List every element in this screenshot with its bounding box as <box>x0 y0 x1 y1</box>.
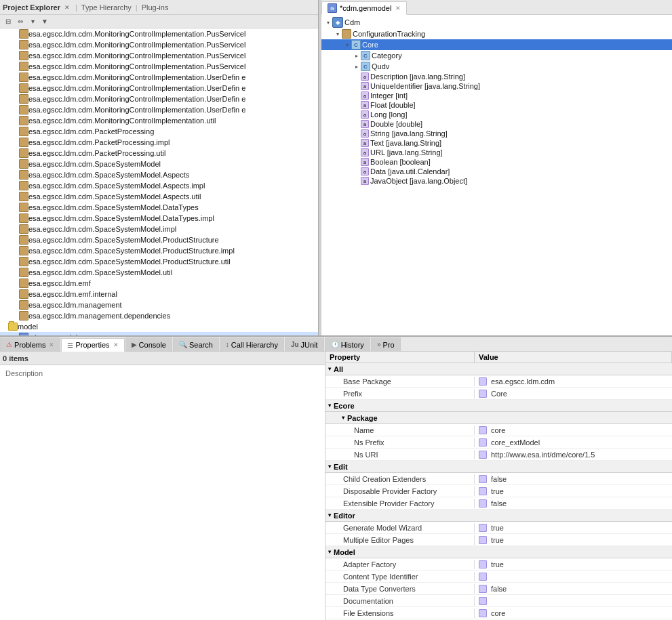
gm-tree-item-description[interactable]: aDescription [java.lang.String] <box>321 72 672 81</box>
props-row[interactable]: Adapter Factorytrue <box>325 558 672 571</box>
tab-call-hierarchy[interactable]: ↕ Call Hierarchy <box>220 337 284 351</box>
props-group-editor[interactable]: ▾Editor <box>325 510 672 522</box>
tree-arrow[interactable] <box>11 257 19 266</box>
gm-tree-item-uniqueid[interactable]: aUniqueIdentifier [java.lang.String] <box>321 81 672 91</box>
tree-item-pkg10[interactable]: esa.egscc.ldm.cdm.PacketProcessing <box>0 126 318 137</box>
props-row[interactable]: Multiple Editor Pagestrue <box>325 534 672 546</box>
props-row[interactable]: Ns Prefixcore_extModel <box>325 436 672 449</box>
props-row[interactable]: Generate Model Wizardtrue <box>325 522 672 534</box>
gm-tree-item-cdm[interactable]: ▾◈Cdm <box>321 16 672 28</box>
tree-arrow[interactable] <box>0 323 8 331</box>
gm-tree-item-conftrack[interactable]: ▾ConfigurationTracking <box>321 28 672 39</box>
tree-item-pkg21[interactable]: esa.egscc.ldm.cdm.SpaceSystemModel.Produ… <box>0 245 318 256</box>
tree-item-pkg20[interactable]: esa.egscc.ldm.cdm.SpaceSystemModel.Produ… <box>0 234 318 245</box>
tree-item-pkg14[interactable]: esa.egscc.ldm.cdm.SpaceSystemModel.Aspec… <box>0 169 318 180</box>
tree-arrow[interactable] <box>11 106 19 114</box>
props-subgroup-package[interactable]: ▾Package <box>325 412 672 424</box>
gm-tree-item-text[interactable]: aText [java.lang.String] <box>321 138 672 148</box>
tree-arrow[interactable] <box>11 236 19 244</box>
tab-history[interactable]: 🕐 History <box>325 337 370 351</box>
tree-item-pkg4[interactable]: esa.egscc.ldm.cdm.MonitoringControlImple… <box>0 61 318 72</box>
tree-arrow[interactable] <box>11 247 19 255</box>
props-row[interactable]: Base Packageesa.egscc.ldm.cdm <box>325 375 672 388</box>
gm-tree-item-category[interactable]: ▸CCategory <box>321 50 672 61</box>
gm-tree-item-data[interactable]: aData [java.util.Calendar] <box>321 167 672 176</box>
properties-tab-close[interactable]: ✕ <box>113 342 119 348</box>
tree-item-pkg23[interactable]: esa.egscc.ldm.cdm.SpaceSystemModel.util <box>0 267 318 278</box>
tree-arrow[interactable] <box>11 117 19 125</box>
filter-button[interactable]: ▾ <box>27 16 38 27</box>
props-row[interactable]: Disposable Provider Factorytrue <box>325 485 672 497</box>
gm-arrow[interactable]: ▸ <box>353 51 361 60</box>
tree-item-model_folder[interactable]: model <box>0 321 318 332</box>
tree-item-pkg16[interactable]: esa.egscc.ldm.cdm.SpaceSystemModel.Aspec… <box>0 191 318 202</box>
tree-arrow[interactable] <box>11 290 19 298</box>
props-group-model[interactable]: ▾Model <box>325 546 672 558</box>
tree-item-pkg7[interactable]: esa.egscc.ldm.cdm.MonitoringControlImple… <box>0 94 318 104</box>
tree-item-pkg24[interactable]: esa.egscc.ldm.emf <box>0 278 318 289</box>
tree-arrow[interactable] <box>11 149 19 157</box>
tree-arrow[interactable] <box>11 268 19 276</box>
tree-arrow[interactable] <box>11 171 19 179</box>
tree-item-pkg12[interactable]: esa.egscc.ldm.cdm.PacketProcessing.util <box>0 148 318 159</box>
tree-arrow[interactable] <box>11 203 19 211</box>
props-row[interactable]: Documentation <box>325 595 672 607</box>
tab-properties[interactable]: ☰ Properties ✕ <box>61 338 124 352</box>
gm-tree-item-double[interactable]: aDouble [double] <box>321 119 672 129</box>
gm-tree-item-long[interactable]: aLong [long] <box>321 110 672 119</box>
gm-arrow[interactable]: ▾ <box>343 41 351 49</box>
tree-item-pkg15[interactable]: esa.egscc.ldm.cdm.SpaceSystemModel.Aspec… <box>0 180 318 191</box>
tree-item-pkg9[interactable]: esa.egscc.ldm.cdm.MonitoringControlImple… <box>0 115 318 126</box>
tree-arrow[interactable] <box>11 182 19 190</box>
tree-arrow[interactable] <box>11 95 19 103</box>
tree-arrow[interactable] <box>11 41 19 49</box>
tree-item-pkg8[interactable]: esa.egscc.ldm.cdm.MonitoringControlImple… <box>0 104 318 115</box>
gm-arrow[interactable]: ▾ <box>324 18 332 26</box>
gm-tree-item-integer[interactable]: aInteger [int] <box>321 91 672 100</box>
tree-item-pkg1[interactable]: esa.egscc.ldm.cdm.MonitoringControlImple… <box>0 28 318 39</box>
props-row[interactable]: File Extensionscore <box>325 607 672 619</box>
link-with-editor-button[interactable]: ⇔ <box>15 16 26 27</box>
tree-item-pkg27[interactable]: esa.egscc.ldm.management.dependencies <box>0 310 318 321</box>
tree-arrow[interactable] <box>11 301 19 309</box>
tree-item-pkg18[interactable]: esa.egscc.ldm.cdm.SpaceSystemModel.DataT… <box>0 213 318 224</box>
tab-junit[interactable]: Ju JUnit <box>285 337 324 351</box>
tab-pro-extra[interactable]: » Pro <box>371 337 401 351</box>
props-row[interactable]: Data Type Convertersfalse <box>325 583 672 595</box>
tree-arrow[interactable] <box>11 127 19 136</box>
tree-arrow[interactable] <box>11 192 19 201</box>
cdm-genmodel-tab[interactable]: G *cdm.genmodel ✕ <box>321 1 407 15</box>
tree-item-pkg25[interactable]: esa.egscc.ldm.emf.internal <box>0 289 318 299</box>
tree-arrow[interactable] <box>11 51 19 60</box>
tree-arrow[interactable] <box>11 214 19 222</box>
tree-item-pkg22[interactable]: esa.egscc.ldm.cdm.SpaceSystemModel.Produ… <box>0 256 318 267</box>
tree-arrow[interactable] <box>11 84 19 92</box>
tree-item-pkg3[interactable]: esa.egscc.ldm.cdm.MonitoringControlImple… <box>0 50 318 61</box>
cdm-genmodel-tab-close[interactable]: ✕ <box>395 5 401 12</box>
gm-arrow[interactable]: ▸ <box>353 62 361 70</box>
gm-tree-item-url[interactable]: aURL [java.lang.String] <box>321 148 672 157</box>
type-hierarchy-tab[interactable]: Type Hierarchy <box>81 3 132 12</box>
gm-tree-item-javaobj[interactable]: aJavaObject [java.lang.Object] <box>321 176 672 186</box>
tree-item-pkg11[interactable]: esa.egscc.ldm.cdm.PacketProcessing.impl <box>0 137 318 148</box>
props-row[interactable]: Namecore <box>325 424 672 436</box>
tree-arrow[interactable] <box>11 138 19 146</box>
props-row[interactable]: PrefixCore <box>325 388 672 400</box>
tree-arrow[interactable] <box>11 73 19 81</box>
props-group-ecore[interactable]: ▾Ecore <box>325 400 672 412</box>
props-row[interactable]: Ns URIhttp://www.esa.int/dme/core/1.5 <box>325 449 672 461</box>
tree-item-pkg13[interactable]: esa.egscc.ldm.cdm.SpaceSystemModel <box>0 159 318 169</box>
tab-search[interactable]: 🔍 Search <box>173 337 219 351</box>
tab-problems[interactable]: ⚠ Problems ✕ <box>0 337 60 351</box>
tree-arrow[interactable] <box>11 225 19 233</box>
tree-arrow[interactable] <box>11 30 19 38</box>
tree-arrow[interactable] <box>11 160 19 168</box>
props-row[interactable]: Content Type Identifier <box>325 571 672 583</box>
plugins-tab[interactable]: Plug-ins <box>142 3 169 12</box>
tree-arrow[interactable] <box>11 62 19 70</box>
tree-item-pkg6[interactable]: esa.egscc.ldm.cdm.MonitoringControlImple… <box>0 83 318 94</box>
tree-item-pkg19[interactable]: esa.egscc.ldm.cdm.SpaceSystemModel.impl <box>0 224 318 234</box>
tree-item-pkg5[interactable]: esa.egscc.ldm.cdm.MonitoringControlImple… <box>0 72 318 83</box>
props-row[interactable]: Child Creation Extendersfalse <box>325 473 672 485</box>
tree-item-pkg17[interactable]: esa.egscc.ldm.cdm.SpaceSystemModel.DataT… <box>0 202 318 213</box>
